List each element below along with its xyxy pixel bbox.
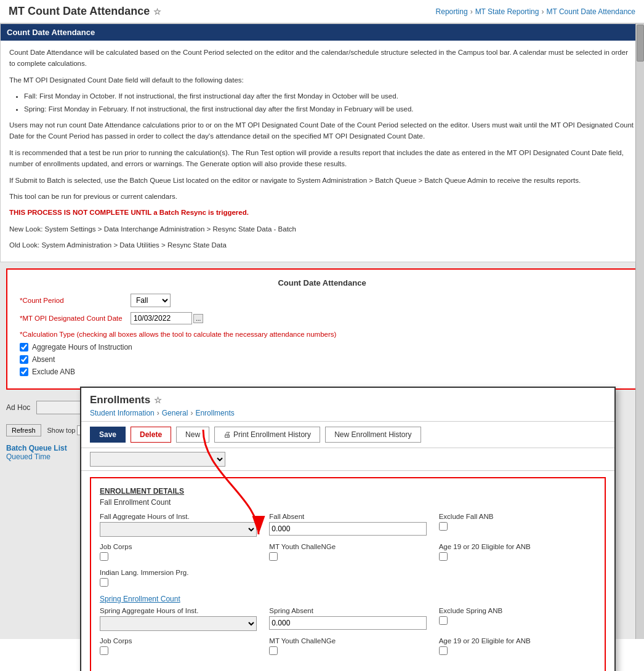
info-para-1: Count Date Attendance will be calculated…	[9, 47, 635, 70]
delete-button[interactable]: Delete	[131, 427, 171, 443]
exclude-anb-label: Exclude ANB	[32, 368, 75, 376]
absent-checkbox[interactable]	[20, 355, 28, 364]
exclude-anb-checkbox[interactable]	[20, 368, 28, 376]
enrollments-dropdown-row	[81, 448, 614, 471]
adhoc-label: Ad Hoc	[6, 403, 30, 412]
exclude-spring-anb-field: Exclude Spring ANB	[439, 607, 596, 631]
enrollment-details-title: ENROLLMENT DETAILS	[100, 487, 596, 496]
count-period-select[interactable]: Fall Spring	[131, 294, 171, 307]
indian-lang-label: Indian Lang. Immersion Prg.	[100, 569, 257, 576]
indian-lang-row: Indian Lang. Immersion Prg.	[100, 569, 596, 589]
job-corps-fall-label: Job Corps	[100, 543, 257, 550]
info-new-look: New Look: System Settings > Data Interch…	[9, 223, 635, 235]
count-date-form-panel: Count Date Attendance *Count Period Fall…	[6, 268, 638, 390]
mt-youth-spring-checkbox[interactable]	[269, 646, 278, 655]
age-19-fall-checkbox[interactable]	[439, 552, 448, 561]
mt-youth-fall-checkbox[interactable]	[269, 552, 278, 561]
new-button[interactable]: New	[176, 427, 209, 443]
exclude-fall-anb-label: Exclude Fall ANB	[439, 513, 596, 520]
aggregate-checkbox[interactable]	[20, 343, 28, 352]
bullet-spring: Spring: First Monday in February. If not…	[24, 103, 635, 115]
enrollments-breadcrumb: Student Information › General › Enrollme…	[90, 409, 606, 417]
fall-aggregate-field: Fall Aggregate Hours of Inst.	[100, 513, 257, 537]
enrollments-breadcrumb-general[interactable]: General	[162, 409, 188, 417]
fall-aggregate-select[interactable]	[100, 522, 257, 537]
page-title: MT Count Date Attendance ☆	[9, 5, 161, 18]
fall-fields-row2: Job Corps MT Youth ChalleNGe Age 19 or 2…	[100, 543, 596, 563]
exclude-fall-anb-checkbox[interactable]	[439, 522, 448, 531]
queued-time-link[interactable]: Queued Time	[6, 452, 50, 461]
fall-absent-label: Fall Absent	[269, 513, 426, 520]
mt-opi-row: *MT OPI Designated Count Date ...	[20, 312, 624, 324]
favorite-star-icon[interactable]: ☆	[153, 7, 161, 17]
spring-fields-row2: Job Corps MT Youth ChalleNGe Age 19 or 2…	[100, 637, 596, 657]
enrollments-header: Enrollments ☆ Student Information › Gene…	[81, 388, 614, 422]
breadcrumb-mt-state-reporting[interactable]: MT State Reporting	[475, 7, 539, 16]
save-button[interactable]: Save	[90, 427, 126, 443]
info-old-look: Old Look: System Administration > Data U…	[9, 239, 635, 251]
job-corps-spring-label: Job Corps	[100, 637, 257, 645]
date-picker-button[interactable]: ...	[193, 314, 203, 323]
info-panel-body: Count Date Attendance will be calculated…	[1, 41, 643, 262]
enrollments-favorite-star-icon[interactable]: ☆	[154, 395, 162, 405]
refresh-button[interactable]: Refresh	[6, 424, 41, 436]
breadcrumb-current: MT Count Date Attendance	[546, 7, 635, 16]
calc-type-label: *Calculation Type (checking all boxes al…	[20, 331, 624, 338]
job-corps-fall-checkbox[interactable]	[100, 552, 108, 561]
form-panel-title: Count Date Attendance	[20, 278, 624, 287]
print-enrollment-history-button[interactable]: 🖨 Print Enrollment History	[214, 427, 320, 443]
info-para-2: The MT OPI Designated Count Date field w…	[9, 74, 635, 86]
checkbox-absent: Absent	[20, 355, 624, 364]
mt-opi-date-input[interactable]	[131, 312, 192, 324]
spring-section-title[interactable]: Spring Enrollment Count	[100, 595, 596, 603]
age-19-spring-checkbox[interactable]	[439, 646, 448, 655]
mt-youth-spring-field: MT Youth ChalleNGe	[269, 637, 426, 657]
enrollments-panel: Enrollments ☆ Student Information › Gene…	[80, 387, 616, 671]
fall-absent-input[interactable]	[269, 522, 426, 536]
spring-aggregate-select[interactable]	[100, 616, 257, 631]
spring-absent-input[interactable]	[269, 616, 426, 630]
exclude-spring-anb-checkbox[interactable]	[439, 616, 448, 625]
breadcrumb-reporting[interactable]: Reporting	[436, 7, 468, 16]
job-corps-spring-checkbox[interactable]	[100, 646, 108, 655]
info-panel: Count Date Attendance Count Date Attenda…	[0, 23, 644, 262]
info-bullet-list: Fall: First Monday in October. If not in…	[24, 90, 635, 115]
scrollbar-thumb[interactable]	[637, 25, 644, 62]
aggregate-label: Aggregate Hours of Instruction	[32, 343, 132, 352]
exclude-fall-anb-field: Exclude Fall ANB	[439, 513, 596, 537]
count-period-row: *Count Period Fall Spring	[20, 294, 624, 307]
enrollments-breadcrumb-current: Enrollments	[195, 409, 234, 417]
fall-section-title: Fall Enrollment Count	[100, 498, 596, 507]
info-para-6: This tool can be run for previous or cur…	[9, 191, 635, 202]
indian-lang-field: Indian Lang. Immersion Prg.	[100, 569, 257, 589]
printer-icon: 🖨	[223, 430, 231, 439]
bullet-fall: Fall: First Monday in October. If not in…	[24, 90, 635, 102]
info-panel-header: Count Date Attendance	[1, 24, 643, 41]
mt-youth-fall-label: MT Youth ChalleNGe	[269, 543, 426, 550]
job-corps-fall-field: Job Corps	[100, 543, 257, 563]
count-period-label: *Count Period	[20, 297, 131, 304]
enrollments-breadcrumb-student-info[interactable]: Student Information	[90, 409, 155, 417]
mt-opi-label: *MT OPI Designated Count Date	[20, 315, 131, 322]
job-corps-spring-field: Job Corps	[100, 637, 257, 657]
calc-type-section: *Calculation Type (checking all boxes al…	[20, 331, 624, 376]
enrollments-dropdown-select[interactable]	[90, 452, 225, 467]
exclude-spring-anb-label: Exclude Spring ANB	[439, 607, 596, 614]
info-para-5: If Submit to Batch is selected, use the …	[9, 175, 635, 186]
fall-absent-field: Fall Absent	[269, 513, 426, 537]
enrollment-details-panel: ENROLLMENT DETAILS Fall Enrollment Count…	[90, 477, 606, 671]
indian-lang-checkbox[interactable]	[100, 578, 108, 587]
mt-youth-spring-label: MT Youth ChalleNGe	[269, 637, 426, 645]
spring-absent-label: Spring Absent	[269, 607, 426, 614]
fall-fields-row1: Fall Aggregate Hours of Inst. Fall Absen…	[100, 513, 596, 537]
age-19-spring-field: Age 19 or 20 Eligible for ANB	[439, 637, 596, 657]
spring-fields-row1: Spring Aggregate Hours of Inst. Spring A…	[100, 607, 596, 631]
age-19-spring-label: Age 19 or 20 Eligible for ANB	[439, 637, 596, 645]
age-19-fall-label: Age 19 or 20 Eligible for ANB	[439, 543, 596, 550]
scrollbar[interactable]	[635, 23, 644, 639]
fall-aggregate-label: Fall Aggregate Hours of Inst.	[100, 513, 257, 520]
spring-aggregate-label: Spring Aggregate Hours of Inst.	[100, 607, 257, 614]
new-enrollment-history-button[interactable]: New Enrollment History	[325, 427, 421, 443]
age-19-fall-field: Age 19 or 20 Eligible for ANB	[439, 543, 596, 563]
spring-aggregate-field: Spring Aggregate Hours of Inst.	[100, 607, 257, 631]
